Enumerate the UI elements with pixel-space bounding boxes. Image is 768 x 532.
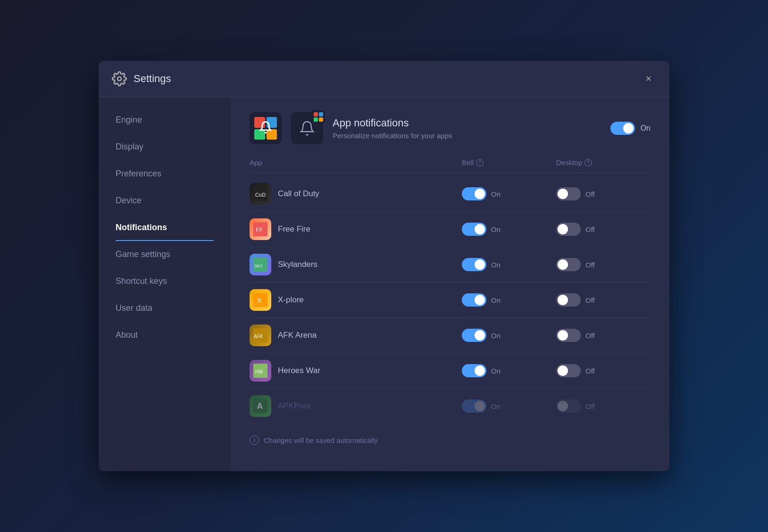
close-button[interactable]: × (641, 71, 656, 86)
bell-cell: On (462, 329, 556, 342)
desktop-toggle[interactable] (556, 364, 581, 377)
desktop-cell: Off (556, 364, 651, 377)
notif-header-text: App notifications Personalize notificati… (333, 117, 610, 140)
svg-text:FF: FF (256, 227, 263, 233)
bell-toggle[interactable] (462, 223, 486, 236)
desktop-cell: Off (556, 399, 651, 413)
desktop-cell: Off (556, 223, 651, 236)
master-toggle[interactable] (610, 122, 635, 135)
dialog-title: Settings (134, 73, 171, 85)
app-info: SKY Skylanders (250, 254, 462, 275)
sidebar-item-shortcut-keys[interactable]: Shortcut keys (99, 268, 231, 295)
desktop-toggle[interactable] (556, 399, 581, 413)
app-row: FF Free Fire On Off (250, 212, 651, 247)
app-icon: A (250, 395, 271, 417)
app-info: FF Free Fire (250, 218, 462, 240)
bell-cell: On (462, 364, 556, 377)
desktop-info-icon: ? (584, 159, 592, 166)
bell-label: On (491, 367, 501, 375)
desktop-toggle[interactable] (556, 187, 581, 200)
svg-text:A: A (257, 401, 263, 411)
desktop-label: Off (585, 296, 595, 304)
col-bell-header: Bell ? (462, 158, 556, 166)
sidebar-item-preferences[interactable]: Preferences (99, 160, 231, 187)
bell-toggle[interactable] (462, 293, 486, 307)
col-desktop-header: Desktop ? (556, 158, 651, 166)
app-row: X X-plore On Off (250, 283, 651, 318)
desktop-toggle[interactable] (556, 293, 581, 307)
sidebar-item-display[interactable]: Display (99, 133, 231, 160)
desktop-toggle[interactable] (556, 258, 581, 271)
app-row: CoD Call of Duty On Off (250, 176, 651, 212)
bell-label: On (491, 332, 501, 340)
bell-toggle[interactable] (462, 187, 486, 200)
sidebar: EngineDisplayPreferencesDeviceNotificati… (99, 97, 231, 471)
svg-text:SKY: SKY (255, 264, 263, 268)
desktop-label: Off (585, 332, 595, 340)
sidebar-item-game-settings[interactable]: Game settings (99, 241, 231, 268)
desktop-label: Off (585, 402, 595, 410)
desktop-label: Off (585, 261, 595, 269)
bell-toggle[interactable] (462, 399, 486, 413)
app-icon: FF (250, 218, 271, 240)
desktop-label: Off (585, 225, 595, 233)
sidebar-item-user-data[interactable]: User data (99, 295, 231, 322)
notif-subtitle: Personalize notifications for your apps (333, 132, 610, 140)
app-info: HW Heroes War (250, 360, 462, 382)
app-row: HW Heroes War On Off (250, 353, 651, 389)
table-header: App Bell ? Desktop ? (250, 158, 651, 173)
sidebar-item-engine[interactable]: Engine (99, 107, 231, 133)
app-row: AFK AFK Arena On Off (250, 318, 651, 353)
app-info: X X-plore (250, 289, 462, 311)
svg-text:CoD: CoD (255, 192, 266, 198)
bell-info-icon: ? (476, 159, 484, 166)
desktop-label: Off (585, 367, 595, 375)
dialog-header: Settings × (99, 61, 669, 97)
settings-dialog: Settings × EngineDisplayPreferencesDevic… (99, 61, 669, 471)
main-content: App notifications Personalize notificati… (231, 97, 669, 471)
sidebar-item-about[interactable]: About (99, 322, 231, 349)
app-name: AFK Arena (278, 331, 317, 340)
notif-title: App notifications (333, 117, 610, 129)
sidebar-item-device[interactable]: Device (99, 187, 231, 214)
app-info: CoD Call of Duty (250, 183, 462, 205)
bell-toggle[interactable] (462, 329, 486, 342)
footer-note: i Changes will be saved automatically (250, 435, 651, 445)
app-name: APKPure (278, 401, 311, 411)
svg-point-0 (117, 77, 121, 81)
app-table: App Bell ? Desktop ? CoD Call of Duty (250, 158, 651, 424)
desktop-cell: Off (556, 329, 651, 342)
app-icon: AFK (250, 324, 271, 346)
sidebar-item-notifications[interactable]: Notifications (99, 214, 231, 241)
notif-icon-wrap (250, 112, 282, 144)
desktop-toggle[interactable] (556, 223, 581, 236)
bell-label: On (491, 261, 501, 269)
app-name: X-plore (278, 295, 304, 305)
settings-icon (112, 71, 127, 86)
master-toggle-label: On (641, 124, 651, 133)
app-icon: SKY (250, 254, 271, 275)
app-row: A APKPure On Off (250, 389, 651, 424)
bell-toggle[interactable] (462, 258, 486, 271)
app-name: Skylanders (278, 260, 317, 269)
app-row: SKY Skylanders On Off (250, 247, 651, 283)
app-info: A APKPure (250, 395, 462, 417)
footer-note-text: Changes will be saved automatically (264, 436, 378, 444)
desktop-toggle[interactable] (556, 329, 581, 342)
bell-toggle[interactable] (462, 364, 486, 377)
app-icon: CoD (250, 183, 271, 205)
bell-cell: On (462, 293, 556, 307)
bell-cell: On (462, 258, 556, 271)
bell-label: On (491, 402, 501, 410)
desktop-cell: Off (556, 293, 651, 307)
svg-text:HW: HW (255, 369, 263, 374)
app-name: Heroes War (278, 366, 320, 375)
desktop-label: Off (585, 190, 595, 198)
bell-label: On (491, 190, 501, 198)
svg-text:X: X (257, 296, 262, 304)
master-toggle-wrap: On (610, 122, 651, 135)
svg-text:AFK: AFK (254, 334, 263, 339)
bell-label: On (491, 225, 501, 233)
app-name: Call of Duty (278, 189, 319, 199)
dialog-body: EngineDisplayPreferencesDeviceNotificati… (99, 97, 669, 471)
